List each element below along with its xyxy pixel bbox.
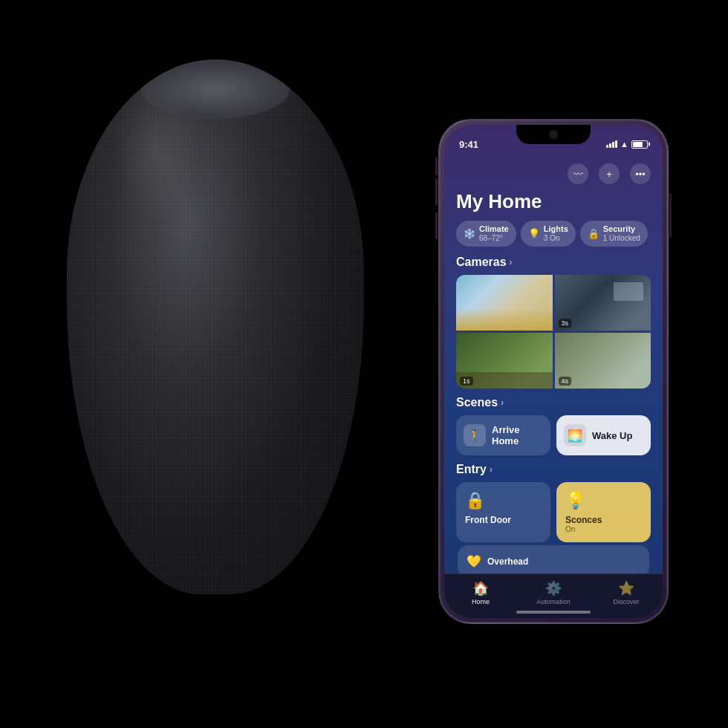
entry-section: Entry › 🔒 Front Door 💡 Sconces On <box>444 463 663 585</box>
page-title: My Home <box>444 189 663 221</box>
front-door-label: Front Door <box>465 515 542 525</box>
security-icon: 🔒 <box>588 228 599 239</box>
climate-chip[interactable]: ❄️ Climate 68–72° <box>456 221 516 247</box>
arrive-home-button[interactable]: 🚶 Arrive Home <box>456 415 550 455</box>
camera-thumb-4[interactable]: 4s <box>555 333 651 389</box>
sconces-sub: On <box>565 525 642 533</box>
homepod-gloss <box>111 74 201 223</box>
scenes-section: Scenes › 🚶 Arrive Home 🌅 Wake Up <box>444 396 663 463</box>
camera-grid: 3s 1s 4s <box>456 275 651 389</box>
cameras-chevron: › <box>510 257 513 267</box>
security-label: Security <box>603 224 640 234</box>
iphone-front-camera <box>549 130 558 139</box>
entry-header[interactable]: Entry › <box>456 463 651 476</box>
scenes-row: 🚶 Arrive Home 🌅 Wake Up <box>456 415 651 455</box>
scenes-header[interactable]: Scenes › <box>456 396 651 409</box>
iphone-screen: 9:41 ▲ <box>444 125 663 618</box>
automation-tab-icon: ⚙️ <box>545 580 562 597</box>
lights-icon: 💡 <box>528 228 540 239</box>
iphone-notch <box>516 125 591 144</box>
status-icons: ▲ <box>606 140 648 149</box>
iphone: 9:41 ▲ <box>438 119 669 624</box>
overhead-card[interactable]: 💛 Overhead <box>458 545 649 577</box>
climate-value: 68–72° <box>479 234 509 243</box>
battery-icon <box>631 140 648 149</box>
scenes-label: Scenes <box>456 396 498 409</box>
tab-home[interactable]: 🏠 Home <box>444 580 517 605</box>
home-tab-icon: 🏠 <box>472 580 489 597</box>
climate-label: Climate <box>479 224 509 234</box>
lights-chip[interactable]: 💡 Lights 3 On <box>521 221 576 247</box>
sconces-label: Sconces <box>565 515 642 525</box>
automation-tab-label: Automation <box>536 598 571 605</box>
homepod-shadow <box>74 594 357 639</box>
front-door-card[interactable]: 🔒 Front Door <box>456 482 550 542</box>
more-button[interactable]: ••• <box>630 163 651 184</box>
tab-discover[interactable]: ⭐ Discover <box>590 580 663 605</box>
sconces-card[interactable]: 💡 Sconces On <box>556 482 651 542</box>
camera-thumb-1[interactable] <box>456 275 553 331</box>
entry-chevron: › <box>490 464 493 475</box>
discover-tab-icon: ⭐ <box>618 580 634 597</box>
app-content: 〰 + ••• My Home ❄️ Climat <box>444 157 663 618</box>
scenes-chevron: › <box>501 397 504 408</box>
arrive-home-label: Arrive Home <box>492 424 543 446</box>
cameras-header[interactable]: Cameras › <box>456 256 651 269</box>
iphone-frame: 9:41 ▲ <box>438 119 669 624</box>
tab-automation[interactable]: ⚙️ Automation <box>517 580 590 605</box>
cameras-label: Cameras <box>456 256 507 269</box>
add-button[interactable]: + <box>599 163 620 184</box>
battery-fill <box>633 142 643 147</box>
lights-label: Lights <box>544 224 568 234</box>
home-indicator <box>516 611 591 614</box>
status-time: 9:41 <box>459 139 478 150</box>
siri-waveform-button[interactable]: 〰 <box>568 163 588 184</box>
status-chips-row: ❄️ Climate 68–72° 💡 Lights 3 On <box>444 221 663 256</box>
entry-label: Entry <box>456 463 487 476</box>
signal-icon <box>606 140 617 148</box>
security-value: 1 Unlocked <box>603 234 640 243</box>
siri-waveform-icon: 〰 <box>573 169 583 180</box>
wifi-icon: ▲ <box>620 140 628 149</box>
climate-icon: ❄️ <box>464 228 475 239</box>
sconces-icon: 💡 <box>565 491 642 510</box>
wake-up-icon: 🌅 <box>564 424 586 446</box>
app-header: 〰 + ••• <box>444 157 663 189</box>
camera-2-time: 3s <box>559 319 572 328</box>
camera-thumb-3[interactable]: 1s <box>456 333 553 389</box>
front-door-icon: 🔒 <box>465 491 542 510</box>
overhead-label: Overhead <box>487 556 528 567</box>
cameras-section: Cameras › 3s 1s 4s <box>444 256 663 396</box>
homepod-body <box>67 59 364 594</box>
camera-thumb-2[interactable]: 3s <box>555 275 651 331</box>
tab-bar: 🏠 Home ⚙️ Automation ⭐ Discover <box>444 573 663 618</box>
iphone-side-button <box>669 193 672 238</box>
camera-4-time: 4s <box>559 377 572 386</box>
wake-up-button[interactable]: 🌅 Wake Up <box>556 415 651 455</box>
discover-tab-label: Discover <box>613 598 639 605</box>
security-chip[interactable]: 🔒 Security 1 Unlocked <box>580 221 648 247</box>
home-tab-label: Home <box>472 598 490 605</box>
entry-grid: 🔒 Front Door 💡 Sconces On <box>456 482 651 542</box>
overhead-icon: 💛 <box>467 554 481 568</box>
homepod <box>45 59 386 639</box>
ellipsis-icon: ••• <box>635 169 646 180</box>
plus-icon: + <box>606 169 612 180</box>
arrive-home-icon: 🚶 <box>464 424 486 446</box>
wake-up-label: Wake Up <box>592 430 632 441</box>
lights-value: 3 On <box>544 234 568 243</box>
camera-3-time: 1s <box>460 377 473 386</box>
